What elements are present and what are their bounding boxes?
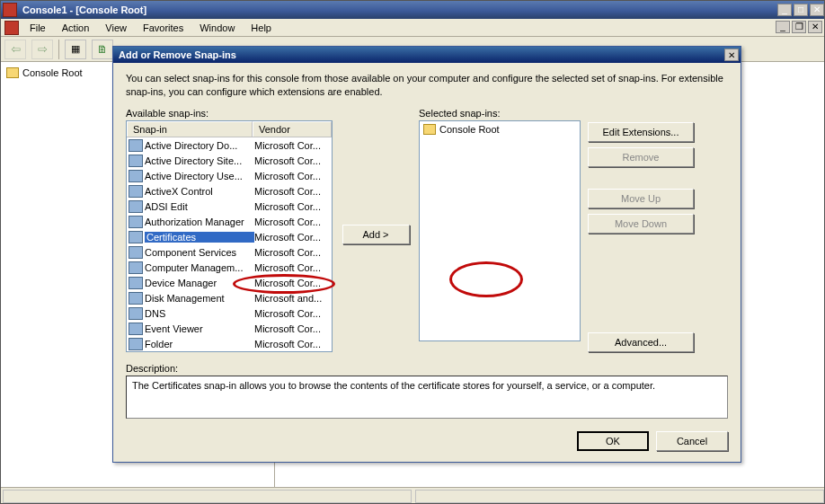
snapin-name: ADSI Edit bbox=[145, 201, 254, 212]
snapin-icon bbox=[129, 292, 143, 305]
snapin-icon bbox=[129, 185, 143, 198]
folder-icon bbox=[6, 67, 19, 78]
dialog-close-button[interactable]: ✕ bbox=[724, 49, 739, 61]
back-button[interactable]: ⇨ bbox=[4, 40, 26, 59]
selected-item-label: Console Root bbox=[439, 124, 500, 135]
snapin-row[interactable]: Disk ManagementMicrosoft and... bbox=[127, 290, 332, 305]
col-vendor[interactable]: Vendor bbox=[253, 121, 332, 137]
doc-icon bbox=[4, 21, 19, 35]
close-button[interactable]: ✕ bbox=[810, 4, 824, 16]
snapin-name: Disk Management bbox=[145, 293, 254, 304]
snapin-name: DNS bbox=[145, 308, 254, 319]
child-close-button[interactable]: ✕ bbox=[808, 21, 822, 33]
snapin-vendor: Microsoft Cor... bbox=[254, 262, 332, 273]
snapin-name: Computer Managem... bbox=[145, 262, 254, 273]
snapin-icon bbox=[129, 155, 143, 167]
move-up-button[interactable]: Move Up bbox=[588, 189, 694, 208]
snapin-row[interactable]: ADSI EditMicrosoft Cor... bbox=[127, 199, 332, 214]
child-restore-button[interactable]: ❐ bbox=[792, 21, 806, 33]
list-header[interactable]: Snap-in Vendor bbox=[127, 121, 332, 137]
snapin-icon bbox=[129, 139, 143, 152]
snapin-vendor: Microsoft Cor... bbox=[254, 155, 332, 166]
snapin-icon bbox=[129, 307, 143, 320]
main-titlebar[interactable]: Console1 - [Console Root] _ □ ✕ bbox=[1, 1, 825, 19]
selected-item[interactable]: Console Root bbox=[421, 123, 578, 136]
snapin-vendor: Microsoft Cor... bbox=[254, 171, 332, 181]
selected-snapins-list[interactable]: Console Root bbox=[419, 120, 581, 341]
col-snapin[interactable]: Snap-in bbox=[127, 121, 253, 137]
snapin-vendor: Microsoft Cor... bbox=[254, 232, 332, 243]
snapin-vendor: Microsoft and... bbox=[254, 293, 332, 304]
advanced-button[interactable]: Advanced... bbox=[588, 332, 694, 352]
snapin-row[interactable]: Device ManagerMicrosoft Cor... bbox=[127, 275, 332, 290]
snapin-icon bbox=[129, 246, 143, 259]
maximize-button[interactable]: □ bbox=[794, 4, 808, 16]
dialog-intro: You can select snap-ins for this console… bbox=[126, 72, 728, 99]
main-title: Console1 - [Console Root] bbox=[21, 4, 777, 15]
remove-button[interactable]: Remove bbox=[588, 147, 694, 167]
snapin-row[interactable]: DNSMicrosoft Cor... bbox=[127, 305, 332, 321]
snapin-name: Authorization Manager bbox=[145, 217, 254, 227]
snapin-row[interactable]: Event ViewerMicrosoft Cor... bbox=[127, 321, 332, 336]
snapin-row[interactable]: Authorization ManagerMicrosoft Cor... bbox=[127, 214, 332, 229]
snapin-vendor: Microsoft Cor... bbox=[254, 323, 332, 334]
move-down-button[interactable]: Move Down bbox=[588, 214, 694, 234]
menu-help[interactable]: Help bbox=[244, 21, 279, 35]
child-minimize-button[interactable]: _ bbox=[776, 21, 790, 33]
export-button[interactable]: 🗎 bbox=[92, 40, 113, 59]
snapin-vendor: Microsoft Cor... bbox=[254, 201, 332, 212]
snapin-vendor: Microsoft Cor... bbox=[254, 186, 332, 197]
snapin-row[interactable]: CertificatesMicrosoft Cor... bbox=[127, 229, 332, 244]
edit-extensions-button[interactable]: Edit Extensions... bbox=[588, 122, 694, 142]
snapin-row[interactable]: Active Directory Use...Microsoft Cor... bbox=[127, 168, 332, 183]
app-icon bbox=[3, 3, 17, 17]
snapin-vendor: Microsoft Cor... bbox=[254, 217, 332, 227]
description-label: Description: bbox=[126, 363, 728, 374]
ok-button[interactable]: OK bbox=[577, 431, 649, 451]
snapin-row[interactable]: ActiveX ControlMicrosoft Cor... bbox=[127, 183, 332, 199]
forward-button[interactable]: ⇨ bbox=[31, 40, 53, 59]
status-cell-1 bbox=[3, 490, 412, 503]
show-hide-button[interactable]: ▦ bbox=[65, 40, 86, 59]
snapin-name: ActiveX Control bbox=[145, 186, 254, 197]
menu-action[interactable]: Action bbox=[55, 21, 97, 35]
snapin-vendor: Microsoft Cor... bbox=[254, 140, 332, 151]
snapin-row[interactable]: Active Directory Site...Microsoft Cor... bbox=[127, 153, 332, 168]
snapin-name: Event Viewer bbox=[145, 323, 254, 334]
snapin-name: Active Directory Use... bbox=[145, 171, 254, 181]
dialog-titlebar[interactable]: Add or Remove Snap-ins ✕ bbox=[113, 47, 741, 63]
menu-view[interactable]: View bbox=[98, 21, 134, 35]
add-remove-snapins-dialog: Add or Remove Snap-ins ✕ You can select … bbox=[112, 46, 741, 463]
folder-icon bbox=[423, 124, 436, 135]
export-icon: 🗎 bbox=[97, 43, 108, 56]
add-button[interactable]: Add > bbox=[342, 225, 410, 244]
snapin-icon bbox=[129, 231, 143, 243]
snapin-vendor: Microsoft Cor... bbox=[254, 339, 332, 349]
snapin-icon bbox=[129, 261, 143, 274]
snapin-row[interactable]: FolderMicrosoft Cor... bbox=[127, 336, 332, 351]
snapin-row[interactable]: Component ServicesMicrosoft Cor... bbox=[127, 244, 332, 260]
arrow-right-icon: ⇨ bbox=[38, 42, 48, 56]
available-snapins-list[interactable]: Snap-in Vendor Active Directory Do...Mic… bbox=[126, 120, 333, 352]
snapin-vendor: Microsoft Cor... bbox=[254, 247, 332, 258]
tree-root-label: Console Root bbox=[22, 67, 83, 78]
snapin-name: Device Manager bbox=[145, 278, 254, 288]
menu-window[interactable]: Window bbox=[192, 21, 242, 35]
selected-label: Selected snap-ins: bbox=[419, 108, 581, 119]
arrow-left-icon: ⇨ bbox=[11, 42, 21, 56]
snapin-row[interactable]: Computer Managem...Microsoft Cor... bbox=[127, 260, 332, 275]
minimize-button[interactable]: _ bbox=[777, 4, 792, 16]
snapin-icon bbox=[129, 170, 143, 182]
description-box: The Certificates snap-in allows you to b… bbox=[126, 376, 728, 419]
menubar: File Action View Favorites Window Help _… bbox=[1, 19, 825, 37]
cancel-button[interactable]: Cancel bbox=[656, 431, 728, 451]
statusbar bbox=[1, 487, 825, 504]
menu-favorites[interactable]: Favorites bbox=[136, 21, 191, 35]
snapin-vendor: Microsoft Cor... bbox=[254, 278, 332, 288]
dialog-title: Add or Remove Snap-ins bbox=[115, 49, 724, 60]
menu-file[interactable]: File bbox=[22, 21, 53, 35]
available-label: Available snap-ins: bbox=[126, 108, 333, 119]
description-text: The Certificates snap-in allows you to b… bbox=[132, 380, 655, 391]
snapin-row[interactable]: Active Directory Do...Microsoft Cor... bbox=[127, 137, 332, 153]
snapin-icon bbox=[129, 277, 143, 289]
